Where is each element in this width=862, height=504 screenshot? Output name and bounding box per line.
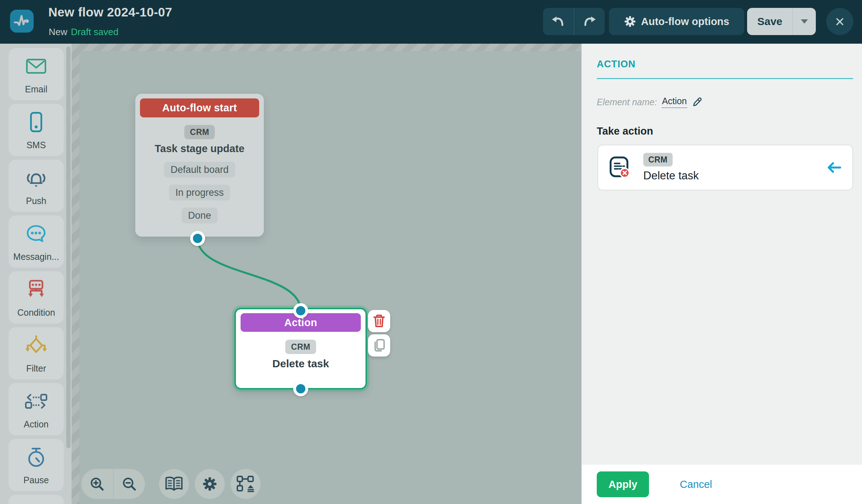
palette-item-messaging[interactable]: Messagin... bbox=[9, 215, 64, 268]
zoom-controls bbox=[81, 469, 145, 499]
undo-redo-group bbox=[543, 8, 605, 35]
arrow-left-icon bbox=[827, 161, 842, 174]
start-node-chip-board: Default board bbox=[164, 162, 235, 178]
auto-flow-options-label: Auto-flow options bbox=[641, 16, 729, 28]
selected-action-card[interactable]: CRM Delete task bbox=[597, 145, 853, 190]
action-node-title: Delete task bbox=[272, 358, 329, 370]
task-delete-icon bbox=[609, 156, 631, 179]
redo-button[interactable] bbox=[574, 8, 605, 35]
cancel-button[interactable]: Cancel bbox=[680, 479, 712, 490]
zoom-in-button[interactable] bbox=[81, 469, 113, 499]
header-bar: New flow 2024-10-07 NewDraft saved bbox=[0, 0, 862, 44]
palette-item-label: Email bbox=[25, 84, 48, 94]
duplicate-node-button[interactable] bbox=[368, 334, 390, 357]
palette-item-pause[interactable]: Pause bbox=[9, 439, 64, 491]
palette-item-sms[interactable]: SMS bbox=[9, 104, 64, 156]
selected-action-title: Delete task bbox=[643, 169, 699, 182]
palette-item-label: Filter bbox=[26, 363, 46, 374]
palette-item-label: SMS bbox=[26, 140, 46, 150]
action-node-input-port[interactable] bbox=[293, 303, 308, 318]
element-name-label: Element name: bbox=[597, 97, 657, 107]
panel-divider bbox=[597, 78, 853, 79]
element-name-value[interactable]: Action bbox=[662, 96, 687, 108]
gear-icon bbox=[624, 15, 636, 28]
start-node-header: Auto-flow start bbox=[140, 98, 259, 117]
sms-icon bbox=[9, 104, 64, 140]
start-node-badge: CRM bbox=[184, 125, 215, 139]
action-icon bbox=[9, 383, 64, 419]
start-node-output-port[interactable] bbox=[190, 231, 205, 246]
copy-icon bbox=[372, 338, 386, 353]
palette-item-label: Messagin... bbox=[13, 252, 59, 262]
auto-flow-options-button[interactable]: Auto-flow options bbox=[609, 8, 744, 35]
element-name-row: Element name: Action bbox=[597, 96, 703, 108]
element-palette-sidebar: Email SMS Push bbox=[0, 44, 72, 504]
push-bell-icon bbox=[9, 160, 64, 196]
redo-icon bbox=[582, 15, 596, 28]
palette-item-action[interactable]: Action bbox=[9, 383, 64, 435]
save-button-group: Save bbox=[747, 8, 816, 35]
element-settings-panel: ACTION Element name: Action Take action … bbox=[581, 44, 862, 504]
zoom-in-icon bbox=[89, 476, 105, 492]
flow-canvas[interactable]: Auto-flow start CRM Task stage update De… bbox=[72, 44, 581, 504]
close-icon: × bbox=[835, 13, 845, 30]
chevron-down-icon bbox=[801, 19, 808, 24]
palette-item-email[interactable]: Email bbox=[9, 48, 64, 100]
start-node-chip-from: In progress bbox=[169, 185, 230, 200]
action-node[interactable]: Action CRM Delete task bbox=[234, 308, 367, 389]
app-logo bbox=[10, 10, 34, 33]
action-node-output-port[interactable] bbox=[293, 381, 308, 396]
save-button[interactable]: Save bbox=[747, 8, 793, 35]
panel-section-title: ACTION bbox=[597, 59, 635, 70]
pause-timer-icon bbox=[9, 439, 64, 475]
panel-footer: Apply Cancel bbox=[582, 465, 862, 504]
port-dot bbox=[193, 234, 202, 243]
canvas-settings-button[interactable] bbox=[195, 469, 225, 499]
flow-builder-app: New flow 2024-10-07 NewDraft saved bbox=[0, 0, 862, 504]
flow-title: New flow 2024-10-07 bbox=[48, 5, 172, 19]
gear-icon bbox=[202, 476, 217, 491]
palette-item-partial[interactable] bbox=[9, 495, 64, 504]
email-icon bbox=[9, 48, 64, 84]
edit-pencil-icon[interactable] bbox=[692, 97, 703, 107]
trash-icon bbox=[373, 314, 386, 328]
palette-item-label: Action bbox=[24, 419, 48, 430]
selected-action-text: CRM Delete task bbox=[643, 153, 699, 182]
palette-item-label: Condition bbox=[17, 307, 55, 318]
palette-item-filter[interactable]: Filter bbox=[9, 327, 64, 379]
palette-item-push[interactable]: Push bbox=[9, 160, 64, 212]
save-dropdown-button[interactable] bbox=[793, 8, 816, 35]
zoom-out-icon bbox=[121, 476, 137, 492]
close-button[interactable]: × bbox=[826, 8, 853, 35]
palette-item-condition[interactable]: Condition bbox=[9, 271, 64, 324]
draft-saved-status: Draft saved bbox=[71, 26, 118, 37]
pulse-icon bbox=[11, 11, 32, 32]
take-action-heading: Take action bbox=[597, 125, 653, 137]
back-to-actions-button[interactable] bbox=[827, 161, 842, 174]
messaging-bubble-icon bbox=[9, 215, 64, 252]
delete-node-button[interactable] bbox=[368, 310, 390, 332]
action-node-badge: CRM bbox=[285, 340, 316, 354]
sidebar-scrollbar[interactable] bbox=[66, 47, 71, 448]
filter-icon bbox=[9, 327, 64, 363]
guide-button[interactable] bbox=[159, 469, 189, 499]
port-dot bbox=[296, 306, 305, 315]
start-node-chip-to: Done bbox=[181, 208, 218, 223]
flow-status: NewDraft saved bbox=[49, 26, 118, 38]
start-node[interactable]: Auto-flow start CRM Task stage update De… bbox=[135, 94, 264, 237]
zoom-out-button[interactable] bbox=[113, 469, 145, 499]
condition-icon bbox=[9, 271, 64, 307]
apply-button[interactable]: Apply bbox=[597, 471, 649, 497]
undo-icon bbox=[551, 15, 566, 28]
selected-action-badge: CRM bbox=[643, 153, 673, 166]
auto-layout-button[interactable] bbox=[231, 469, 261, 499]
start-node-title: Task stage update bbox=[155, 143, 244, 155]
palette-item-label: Pause bbox=[24, 475, 49, 485]
undo-button[interactable] bbox=[543, 8, 574, 35]
port-dot bbox=[296, 384, 305, 393]
flow-status-prefix: New bbox=[49, 26, 67, 37]
palette-item-label: Push bbox=[26, 196, 47, 206]
org-chart-icon bbox=[236, 475, 255, 493]
book-icon bbox=[165, 476, 183, 492]
